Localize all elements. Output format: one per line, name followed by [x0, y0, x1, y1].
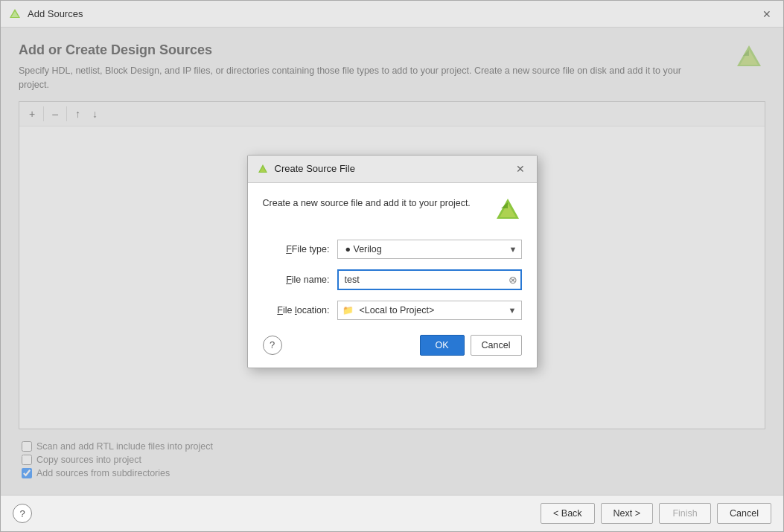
file-location-label: File location: [263, 305, 337, 315]
window-title: Add Sources [28, 8, 83, 19]
file-location-select-wrap: 📁 <Local to Project> ▼ [337, 301, 522, 320]
app-logo-icon [8, 7, 22, 21]
dialog-overlay: Create Source File ✕ Create a new source… [1, 28, 783, 495]
folder-icon: 📁 [338, 301, 358, 319]
bottom-bar: ? < Back Next > Finish Cancel [1, 495, 783, 531]
file-type-label: FFile type: [263, 244, 337, 254]
dialog-description: Create a new source file and add it to y… [263, 196, 494, 211]
dialog-cancel-button[interactable]: Cancel [471, 335, 522, 356]
dialog-desc-row: Create a new source file and add it to y… [263, 196, 522, 225]
file-name-row: File name: ⊗ [263, 269, 522, 290]
create-source-dialog: Create Source File ✕ Create a new source… [247, 155, 538, 368]
main-content: Add or Create Design Sources Specify HDL… [1, 28, 783, 495]
file-name-input[interactable] [337, 269, 522, 290]
file-name-clear-button[interactable]: ⊗ [509, 274, 517, 286]
dialog-body: Create a new source file and add it to y… [248, 183, 537, 368]
help-button[interactable]: ? [13, 504, 32, 523]
dialog-logo-icon [257, 163, 269, 175]
title-bar: Add Sources ✕ [1, 1, 783, 28]
dialog-ok-button[interactable]: OK [420, 335, 465, 356]
dialog-close-button[interactable]: ✕ [513, 161, 528, 176]
file-location-select[interactable]: <Local to Project> [358, 301, 521, 319]
file-type-row: FFile type: ● Verilog VHDL SystemVerilog… [263, 240, 522, 259]
file-name-input-wrap: ⊗ [337, 269, 522, 290]
dialog-actions: ? OK Cancel [263, 330, 522, 356]
dialog-help-button[interactable]: ? [263, 336, 282, 355]
dialog-title: Create Source File [275, 163, 355, 174]
finish-button[interactable]: Finish [659, 503, 711, 524]
dialog-actions-right: OK Cancel [420, 335, 522, 356]
svg-marker-9 [501, 202, 508, 208]
file-name-label: File name: [263, 275, 337, 285]
window-close-button[interactable]: ✕ [758, 7, 776, 21]
file-type-select-wrap: ● Verilog VHDL SystemVerilog ▼ [337, 240, 522, 259]
back-button[interactable]: < Back [541, 503, 595, 524]
dialog-titlebar: Create Source File ✕ [248, 156, 537, 183]
dialog-vivado-logo-icon [494, 196, 522, 225]
cancel-button[interactable]: Cancel [717, 503, 771, 524]
main-window: Add Sources ✕ Add or Create Design Sourc… [0, 0, 784, 532]
file-type-select[interactable]: ● Verilog VHDL SystemVerilog [337, 240, 522, 259]
file-location-row: File location: 📁 <Local to Project> ▼ [263, 301, 522, 320]
next-button[interactable]: Next > [601, 503, 653, 524]
